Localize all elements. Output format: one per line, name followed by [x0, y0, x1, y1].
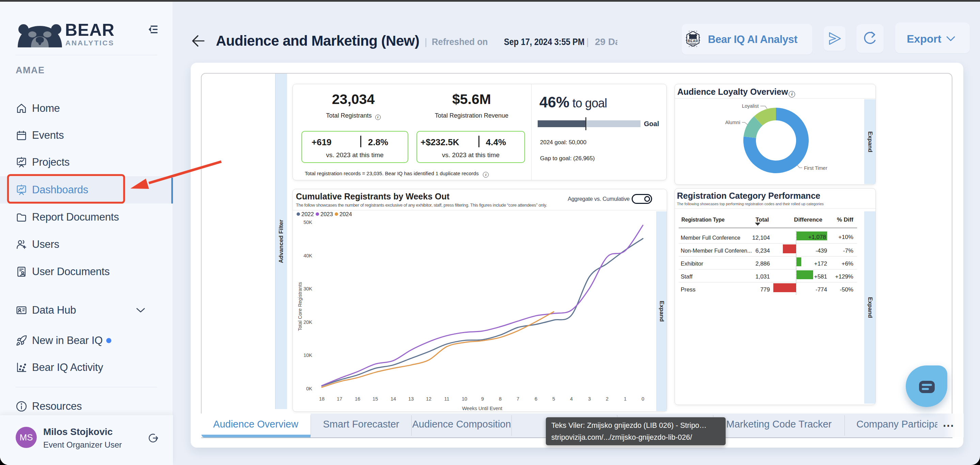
svg-text:Press: Press: [681, 286, 695, 293]
svg-text:16: 16: [355, 396, 360, 401]
svg-text:3: 3: [588, 396, 591, 401]
svg-text:+129%: +129%: [835, 273, 853, 280]
svg-text:6: 6: [535, 396, 537, 401]
svg-text:2,886: 2,886: [755, 260, 770, 267]
svg-text:779: 779: [760, 286, 770, 293]
svg-text:2022: 2022: [301, 211, 314, 217]
svg-text:30K: 30K: [304, 286, 312, 291]
svg-text:Alumni: Alumni: [725, 120, 740, 125]
svg-text:12,104: 12,104: [752, 235, 770, 241]
svg-text:+10%: +10%: [838, 234, 853, 240]
svg-text:+1,078: +1,078: [808, 234, 826, 240]
svg-text:14: 14: [391, 396, 396, 401]
svg-text:% Diff: % Diff: [837, 216, 854, 223]
svg-text:Weeks Until Event: Weeks Until Event: [462, 406, 502, 411]
svg-text:-774: -774: [816, 286, 827, 293]
svg-text:10K: 10K: [304, 353, 312, 358]
svg-text:2: 2: [606, 396, 608, 401]
svg-text:Total Core Registrants: Total Core Registrants: [297, 282, 303, 331]
svg-text:17: 17: [337, 396, 342, 401]
svg-text:11: 11: [444, 396, 449, 401]
svg-text:0: 0: [641, 396, 644, 401]
svg-text:Non-Member Full Conferen...: Non-Member Full Conferen...: [681, 248, 752, 254]
svg-text:Difference: Difference: [794, 216, 822, 223]
svg-text:-50%: -50%: [840, 286, 853, 293]
svg-text:15: 15: [372, 396, 378, 401]
svg-text:Staff: Staff: [681, 273, 693, 280]
svg-text:Exhibitor: Exhibitor: [681, 260, 703, 267]
svg-text:40K: 40K: [304, 253, 312, 259]
svg-text:6,234: 6,234: [755, 248, 770, 254]
svg-text:2024: 2024: [339, 211, 352, 217]
svg-text:10: 10: [462, 396, 467, 401]
svg-text:-7%: -7%: [843, 248, 853, 254]
svg-text:First Timer: First Timer: [804, 165, 827, 171]
svg-text:1,031: 1,031: [755, 273, 770, 280]
svg-text:2023: 2023: [320, 211, 333, 217]
svg-text:50K: 50K: [304, 219, 312, 225]
svg-text:+581: +581: [814, 273, 827, 280]
svg-text:BEAR: BEAR: [688, 39, 698, 43]
svg-text:9: 9: [481, 396, 484, 401]
svg-text:0K: 0K: [306, 386, 312, 391]
svg-text:7: 7: [517, 396, 519, 401]
svg-text:5: 5: [552, 396, 555, 401]
svg-text:12: 12: [426, 396, 431, 401]
svg-text:4: 4: [570, 396, 573, 401]
svg-text:Registration Type: Registration Type: [681, 216, 725, 223]
svg-text:1: 1: [624, 396, 627, 401]
svg-text:-439: -439: [816, 248, 827, 254]
svg-text:Total: Total: [756, 216, 769, 223]
svg-text:13: 13: [408, 396, 414, 401]
svg-text:Loyalist: Loyalist: [742, 103, 759, 109]
svg-text:18: 18: [319, 396, 325, 401]
svg-text:8: 8: [499, 396, 501, 401]
svg-text:+172: +172: [814, 260, 827, 267]
svg-text:+6%: +6%: [842, 260, 854, 267]
svg-text:20K: 20K: [304, 320, 312, 325]
svg-text:Member Full Conference: Member Full Conference: [681, 235, 740, 241]
